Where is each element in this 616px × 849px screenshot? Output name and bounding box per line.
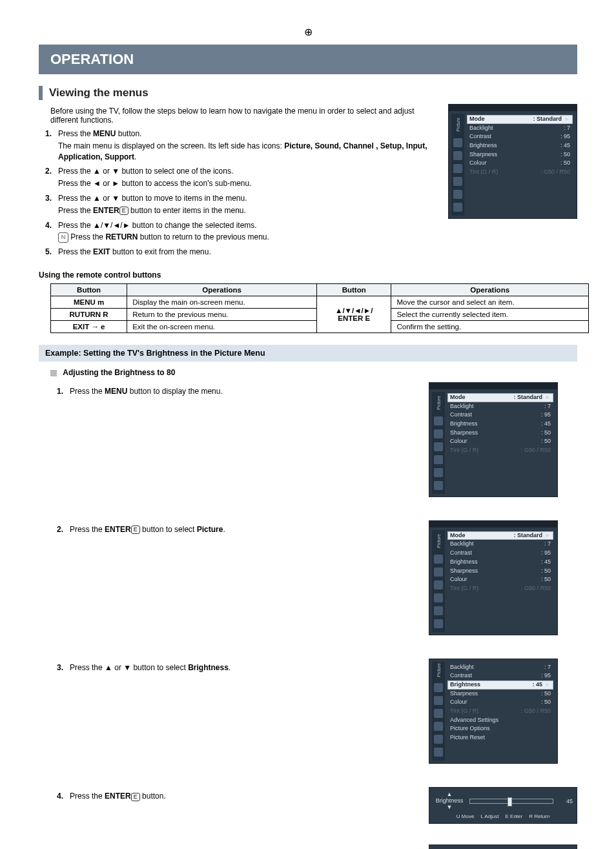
note-icon: N	[58, 232, 68, 243]
picture-icon	[453, 138, 462, 147]
example-heading: Example: Setting the TV's Brightness in …	[39, 345, 577, 362]
example-step-4: 4. Press the ENTERE button.	[50, 791, 418, 802]
osd-step2: Picture Mode: Standard► Backlight: 7 Con…	[429, 520, 558, 635]
remote-subsection-title: Using the remote control buttons	[39, 271, 577, 280]
cell-nav-buttons: ▲/▼/◄/►/ ENTER E	[316, 296, 391, 333]
osd-slider-80: ▲ Brightness ▼ 80 U Move L Adjust E Ente…	[429, 844, 577, 849]
enter-icon: E	[131, 793, 140, 801]
example-step-2: 2. Press the ENTERE button to select Pic…	[50, 524, 418, 535]
step-1: 1. Press the MENU button. The main menu …	[39, 128, 438, 162]
sound-icon	[453, 151, 462, 160]
cell-exit-button: EXIT → e	[51, 321, 127, 333]
step-3: 3. Press the ▲ or ▼ button to move to it…	[39, 193, 438, 216]
osd-step1: Picture Mode: Standard► Backlight: 7 Con…	[429, 382, 558, 497]
setup-icon	[453, 177, 462, 186]
registration-mark-top: ⊕	[39, 26, 577, 38]
osd-row-mode: Mode: Standard►	[467, 115, 573, 124]
section-marker-icon	[39, 86, 43, 100]
adjust-subheading: Adjusting the Brightness to 80	[50, 368, 577, 377]
step-5: 5. Press the EXIT button to exit from th…	[39, 247, 438, 258]
step-4: 4. Press the ▲/▼/◄/► button to change th…	[39, 220, 438, 243]
square-bullet-icon	[50, 370, 57, 376]
osd-slider-45: ▲ Brightness ▼ 45 U Move L Adjust E Ente…	[429, 787, 577, 824]
section-header: Viewing the menus	[39, 86, 577, 100]
page-title-bar: OPERATION	[39, 45, 577, 74]
channel-icon	[453, 164, 462, 173]
osd-step3: Picture Backlight: 7 Contrast: 95 Bright…	[429, 659, 558, 764]
cell-return-button: RUTURN R	[51, 309, 127, 321]
intro-paragraph: Before using the TV, follow the steps be…	[50, 107, 438, 125]
enter-icon: E	[131, 526, 140, 534]
step-2: 2. Press the ▲ or ▼ button to select one…	[39, 166, 438, 189]
instruction-list: 1. Press the MENU button. The main menu …	[39, 128, 438, 258]
enter-icon: E	[119, 207, 128, 215]
example-step-1: 1. Press the MENU button to display the …	[50, 386, 418, 397]
cell-menu-button: MENU m	[51, 296, 127, 309]
input-icon	[453, 190, 462, 199]
support-icon	[453, 203, 462, 212]
osd-picture-menu: Picture Mode: Standard►	[448, 104, 577, 219]
example-step-3: 3. Press the ▲ or ▼ button to select Bri…	[50, 662, 418, 673]
section-title: Viewing the menus	[49, 87, 149, 99]
remote-control-table: Button Operations Button Operations MENU…	[50, 283, 589, 333]
